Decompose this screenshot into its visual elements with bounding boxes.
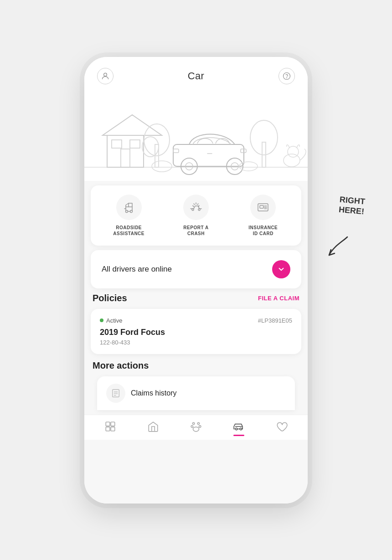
illustration-area xyxy=(84,90,308,181)
drivers-status-text: All drivers are online xyxy=(102,265,172,274)
drivers-status-card[interactable]: All drivers are online xyxy=(91,250,301,288)
svg-point-46 xyxy=(191,425,193,427)
policy-number: #LP3891E05 xyxy=(258,317,292,324)
svg-point-47 xyxy=(199,425,201,427)
profile-button[interactable] xyxy=(97,68,113,84)
insurance-label: INSURANCEID CARD xyxy=(248,225,278,236)
policy-car-name: 2019 Ford Focus xyxy=(100,328,292,337)
file-claim-button[interactable]: FILE A CLAIM xyxy=(258,295,299,302)
report-crash-button[interactable]: REPORT ACRASH xyxy=(162,195,229,236)
insurance-card-button[interactable]: INSURANCEID CARD xyxy=(230,195,297,236)
roadside-assistance-button[interactable]: ROADSIDEASSISTANCE xyxy=(95,195,162,236)
svg-point-45 xyxy=(197,422,199,424)
insurance-icon-circle xyxy=(250,195,276,220)
svg-point-0 xyxy=(104,73,107,76)
nav-car[interactable] xyxy=(233,421,245,432)
claims-label: Claims history xyxy=(131,389,176,397)
svg-rect-43 xyxy=(111,427,115,431)
phone-screen: Car xyxy=(84,57,308,503)
crash-label: REPORT ACRASH xyxy=(183,225,208,236)
nav-life[interactable] xyxy=(276,421,288,432)
svg-rect-40 xyxy=(106,422,110,426)
svg-rect-36 xyxy=(113,389,119,397)
drivers-expand-button[interactable] xyxy=(272,260,290,278)
svg-rect-42 xyxy=(106,427,110,431)
nav-property[interactable] xyxy=(104,421,116,432)
active-label: Active xyxy=(106,317,122,324)
claims-icon-circle xyxy=(106,384,125,403)
bottom-nav xyxy=(84,415,308,440)
svg-point-1 xyxy=(283,72,290,79)
policy-id: 122-80-433 xyxy=(100,339,292,346)
policies-header: Policies FILE A CLAIM xyxy=(91,293,301,303)
phone-frame: Car xyxy=(84,57,308,503)
policies-title: Policies xyxy=(93,293,127,303)
nav-home[interactable] xyxy=(147,421,159,432)
policy-top: Active #LP3891E05 xyxy=(100,317,292,324)
nav-pet[interactable] xyxy=(190,421,202,432)
claims-history-item[interactable]: Claims history xyxy=(97,376,295,410)
svg-point-2 xyxy=(287,77,287,78)
svg-rect-41 xyxy=(111,422,115,426)
header: Car xyxy=(84,57,308,90)
active-dot xyxy=(100,319,103,322)
annotation-arrow xyxy=(325,232,352,262)
svg-point-44 xyxy=(192,422,194,424)
more-actions-section: More actions Claims history xyxy=(91,360,301,410)
roadside-label: ROADSIDEASSISTANCE xyxy=(113,225,144,236)
help-button[interactable] xyxy=(279,68,295,84)
more-actions-title: More actions xyxy=(91,360,301,371)
svg-point-29 xyxy=(192,209,194,211)
policy-card[interactable]: Active #LP3891E05 2019 Ford Focus 122-80… xyxy=(91,309,301,354)
policies-section: Policies FILE A CLAIM Active #LP3891E05 … xyxy=(91,293,301,354)
svg-rect-32 xyxy=(260,206,263,208)
crash-icon-circle xyxy=(183,195,209,220)
svg-point-49 xyxy=(240,428,242,430)
svg-point-30 xyxy=(198,209,200,211)
phone-wrapper: RIGHT HERE! Car xyxy=(0,0,392,560)
active-badge: Active xyxy=(100,317,122,324)
annotation-text: RIGHT HERE! xyxy=(338,195,366,217)
roadside-icon-circle xyxy=(116,195,142,220)
page-title: Car xyxy=(188,70,204,82)
quick-actions: ROADSIDEASSISTANCE xyxy=(91,185,301,246)
svg-point-48 xyxy=(235,428,237,430)
